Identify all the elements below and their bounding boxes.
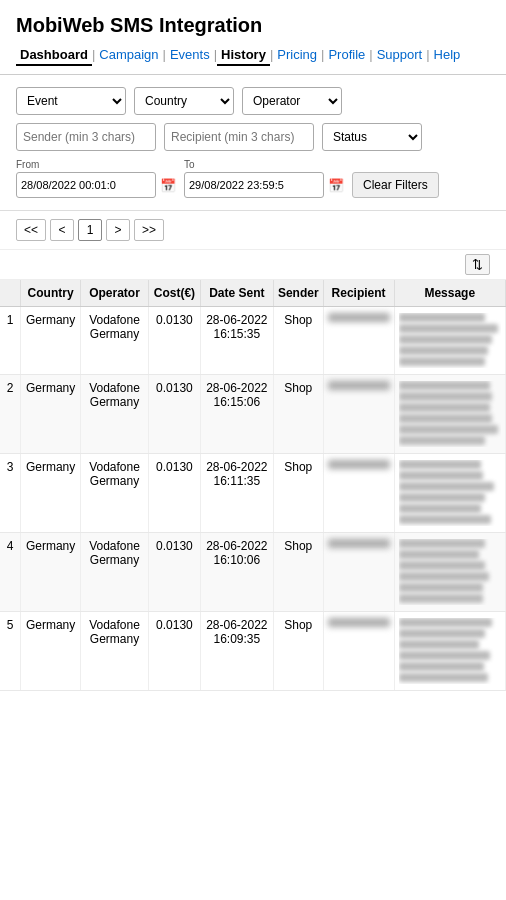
cell-date: 28-06-202216:09:35 [200, 612, 273, 691]
table-header-row: Country Operator Cost(€) Date Sent Sende… [0, 280, 506, 307]
cell-message: Hello ████-█thank you foorder ████. Yvie… [394, 533, 505, 612]
country-select[interactable]: Country [134, 87, 234, 115]
nav-profile[interactable]: Profile [324, 45, 369, 66]
prev-page-button[interactable]: < [50, 219, 74, 241]
column-toggle-button[interactable]: ⇅ [465, 254, 490, 275]
table-row: 5GermanyVodafone Germany0.013028-06-2022… [0, 612, 506, 691]
cell-sender: Shop [273, 307, 323, 375]
to-date-wrapper: 📅 [184, 172, 344, 198]
col-header-cost: Cost(€) [149, 280, 201, 307]
to-calendar-icon[interactable]: 📅 [328, 178, 344, 193]
cell-cost: 0.0130 [149, 375, 201, 454]
cell-recipient [323, 375, 394, 454]
cell-cost: 0.0130 [149, 612, 201, 691]
cell-country: Germany [21, 454, 81, 533]
event-select[interactable]: Event [16, 87, 126, 115]
filters-section: Event Country Operator Status From 📅 To … [0, 75, 506, 211]
cell-country: Germany [21, 612, 81, 691]
col-header-message: Message [394, 280, 505, 307]
nav-events[interactable]: Events [166, 45, 214, 66]
pagination: << < 1 > >> [0, 211, 506, 250]
to-label: To [184, 159, 344, 170]
cell-num: 3 [0, 454, 21, 533]
clear-filters-button[interactable]: Clear Filters [352, 172, 439, 198]
cell-message: Hello ████-█shipped. Youview order sand … [394, 307, 505, 375]
table-row: 1GermanyVodafone Germany0.013028-06-2022… [0, 307, 506, 375]
last-page-button[interactable]: >> [134, 219, 164, 241]
nav-help[interactable]: Help [430, 45, 465, 66]
cell-country: Germany [21, 307, 81, 375]
cell-sender: Shop [273, 454, 323, 533]
cell-date: 28-06-202216:11:35 [200, 454, 273, 533]
date-row: From 📅 To 📅 Clear Filters [16, 159, 490, 198]
col-header-operator: Operator [80, 280, 148, 307]
cell-sender: Shop [273, 533, 323, 612]
cell-message: Hello ████████order ████shipped. Youview… [394, 612, 505, 691]
cell-operator: Vodafone Germany [80, 454, 148, 533]
col-header-sender: Sender [273, 280, 323, 307]
from-calendar-icon[interactable]: 📅 [160, 178, 176, 193]
from-date-wrapper: 📅 [16, 172, 176, 198]
cell-recipient [323, 454, 394, 533]
table-row: 2GermanyVodafone Germany0.013028-06-2022… [0, 375, 506, 454]
cell-recipient [323, 533, 394, 612]
cell-num: 5 [0, 612, 21, 691]
cell-date: 28-06-202216:10:06 [200, 533, 273, 612]
nav-dashboard[interactable]: Dashboard [16, 45, 92, 66]
cell-operator: Vodafone Germany [80, 375, 148, 454]
col-header-num [0, 280, 21, 307]
nav-pricing[interactable]: Pricing [273, 45, 321, 66]
cell-recipient [323, 307, 394, 375]
cell-country: Germany [21, 375, 81, 454]
cell-message: Hello ████████order ████shipped. Youview… [394, 454, 505, 533]
to-date-field: To 📅 [184, 159, 344, 198]
cell-num: 1 [0, 307, 21, 375]
cell-sender: Shop [273, 375, 323, 454]
table-controls: ⇅ [0, 250, 506, 280]
from-date-field: From 📅 [16, 159, 176, 198]
cell-cost: 0.0130 [149, 533, 201, 612]
main-nav: Dashboard | Campaign | Events | History … [16, 45, 490, 66]
col-header-country: Country [21, 280, 81, 307]
cell-recipient [323, 612, 394, 691]
status-select[interactable]: Status [322, 123, 422, 151]
recipient-input[interactable] [164, 123, 314, 151]
cell-operator: Vodafone Germany [80, 307, 148, 375]
cell-date: 28-06-202216:15:06 [200, 375, 273, 454]
to-date-input[interactable] [184, 172, 324, 198]
current-page-number: 1 [78, 219, 102, 241]
cell-date: 28-06-202216:15:35 [200, 307, 273, 375]
nav-history[interactable]: History [217, 45, 270, 66]
filter-row-2: Status [16, 123, 490, 151]
cell-sender: Shop [273, 612, 323, 691]
from-date-input[interactable] [16, 172, 156, 198]
first-page-button[interactable]: << [16, 219, 46, 241]
cell-cost: 0.0130 [149, 307, 201, 375]
cell-operator: Vodafone Germany [80, 533, 148, 612]
table-row: 4GermanyVodafone Germany0.013028-06-2022… [0, 533, 506, 612]
col-header-date: Date Sent [200, 280, 273, 307]
page-title: MobiWeb SMS Integration [16, 14, 490, 37]
col-header-recipient: Recipient [323, 280, 394, 307]
cell-message: Hello ████-█thank you foorder ████. Yvie… [394, 375, 505, 454]
cell-country: Germany [21, 533, 81, 612]
cell-operator: Vodafone Germany [80, 612, 148, 691]
from-label: From [16, 159, 176, 170]
sender-input[interactable] [16, 123, 156, 151]
history-table: Country Operator Cost(€) Date Sent Sende… [0, 280, 506, 691]
table-container: Country Operator Cost(€) Date Sent Sende… [0, 280, 506, 691]
header: MobiWeb SMS Integration Dashboard | Camp… [0, 0, 506, 75]
cell-num: 2 [0, 375, 21, 454]
cell-cost: 0.0130 [149, 454, 201, 533]
cell-num: 4 [0, 533, 21, 612]
operator-select[interactable]: Operator [242, 87, 342, 115]
table-row: 3GermanyVodafone Germany0.013028-06-2022… [0, 454, 506, 533]
nav-campaign[interactable]: Campaign [95, 45, 162, 66]
nav-support[interactable]: Support [373, 45, 427, 66]
next-page-button[interactable]: > [106, 219, 130, 241]
filter-row-1: Event Country Operator [16, 87, 490, 115]
